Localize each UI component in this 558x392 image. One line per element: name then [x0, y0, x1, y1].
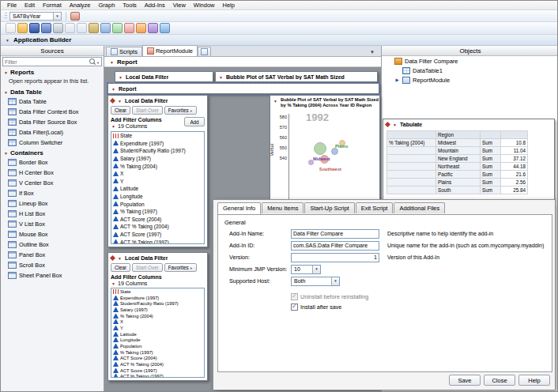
source-item[interactable]: Outline Box: [1, 239, 104, 250]
help-button[interactable]: Help: [518, 375, 550, 386]
menu-item[interactable]: Tools: [119, 1, 141, 9]
background-window-local-data-filter[interactable]: Local Data Filter: [115, 71, 213, 82]
column-item[interactable]: ACT % Taking (1997): [111, 374, 204, 378]
column-item[interactable]: % Taking (1997): [111, 208, 204, 216]
version-input[interactable]: [291, 253, 379, 262]
filter-input[interactable]: [5, 59, 89, 65]
menu-item[interactable]: Format: [39, 1, 66, 9]
toolbar-icon[interactable]: [124, 23, 134, 33]
source-item[interactable]: Scroll Box: [1, 260, 104, 270]
disclosure-icon[interactable]: [111, 85, 116, 92]
toolbar-icon[interactable]: [65, 23, 75, 33]
column-item[interactable]: Population: [111, 200, 204, 208]
toolbar-icon[interactable]: [77, 23, 87, 33]
dialog-tab[interactable]: Exit Script: [356, 202, 394, 213]
dialog-tab[interactable]: Start-Up Script: [304, 202, 354, 213]
disclosure-icon[interactable]: [117, 97, 123, 104]
column-item[interactable]: X: [111, 170, 204, 178]
clear-button[interactable]: Clear: [111, 263, 130, 272]
toolbar-icon[interactable]: [6, 23, 16, 33]
dialog-tab[interactable]: General Info: [217, 202, 261, 214]
menu-item[interactable]: File: [3, 1, 21, 9]
object-tree-item[interactable]: ▶ ReportModule: [382, 75, 558, 85]
source-item[interactable]: If Box: [1, 188, 104, 198]
toolbar-icon[interactable]: [100, 23, 111, 33]
uninstall-before-reinstalling-checkbox[interactable]: [291, 293, 298, 300]
column-item[interactable]: ACT % Taking (2004): [111, 361, 204, 368]
bubble-plot-window[interactable]: Bubble Plot of SAT Verbal by SAT Math Si…: [270, 95, 380, 206]
favorites-button[interactable]: Favorites: [164, 106, 197, 115]
chevron-down-icon[interactable]: [53, 13, 61, 20]
local-data-filter-window[interactable]: Local Data Filter Clear Start Over Favor…: [107, 95, 208, 247]
column-item[interactable]: ACT % Taking (2004): [111, 223, 204, 231]
toolbar-icon[interactable]: [89, 23, 99, 33]
column-item[interactable]: State: [111, 288, 204, 295]
menu-item[interactable]: Edit: [21, 1, 39, 9]
addin-id-input[interactable]: [291, 241, 379, 251]
reports-section-header[interactable]: Reports: [1, 67, 104, 77]
column-item[interactable]: % Taking (2004): [111, 313, 204, 319]
source-item[interactable]: V List Box: [1, 219, 104, 229]
tab-module-icon-only[interactable]: [198, 47, 211, 56]
source-item[interactable]: H Center Box: [1, 168, 104, 178]
menu-item[interactable]: Window: [190, 1, 219, 9]
source-item[interactable]: Lineup Box: [1, 198, 104, 209]
add-button[interactable]: Add: [184, 117, 205, 126]
expand-icon[interactable]: ▶: [394, 77, 400, 82]
menu-item[interactable]: Analyze: [66, 1, 95, 9]
disclosure-icon[interactable]: [118, 74, 123, 81]
data-table-section-header[interactable]: Data Table: [1, 87, 104, 96]
column-item[interactable]: ACT Score (2004): [111, 216, 204, 224]
window-titlebar[interactable]: Bubble Plot of SAT Verbal by SAT Math Si…: [270, 96, 379, 110]
source-item[interactable]: Data Filter Context Box: [1, 107, 104, 117]
column-item[interactable]: Latitude: [111, 331, 204, 337]
tabulate-window[interactable]: Tabulate Region % Taking (2004) Midwest …: [383, 119, 555, 201]
column-item[interactable]: Latitude: [111, 185, 204, 193]
column-item[interactable]: Y: [111, 325, 204, 331]
favorites-button[interactable]: Favorites: [164, 263, 197, 272]
toolbar-icon[interactable]: [136, 23, 146, 33]
bubble-plot-area[interactable]: Verbal 580570560550540 1992 Plains Midwe…: [270, 111, 379, 205]
source-item[interactable]: Sheet Panel Box: [1, 270, 104, 281]
disclosure-icon[interactable]: [392, 121, 398, 128]
toolbar-icon[interactable]: [148, 23, 158, 33]
window-titlebar[interactable]: Local Data Filter: [108, 96, 207, 105]
disclosure-icon[interactable]: [117, 254, 123, 262]
menu-item[interactable]: Graph: [94, 1, 119, 9]
column-item[interactable]: State: [111, 132, 204, 140]
column-item[interactable]: ACT Score (1997): [111, 368, 204, 374]
toolbar-icon[interactable]: [29, 23, 40, 33]
source-item[interactable]: Data Filter Source Box: [1, 117, 104, 127]
object-tree-item[interactable]: Data Filter Compare: [382, 56, 558, 66]
source-item[interactable]: Column Switcher: [1, 138, 104, 148]
toolbar-icon[interactable]: [112, 23, 123, 33]
column-item[interactable]: Student/Faculty Ratio (1997): [111, 300, 204, 307]
column-item[interactable]: Population: [111, 343, 204, 349]
disclosure-icon[interactable]: [109, 58, 115, 66]
column-item[interactable]: Longitude: [111, 193, 204, 201]
install-after-save-checkbox[interactable]: [291, 303, 298, 311]
disclosure-icon[interactable]: [111, 281, 116, 286]
disclosure-icon[interactable]: [5, 36, 10, 43]
toolbar-icon[interactable]: [41, 23, 51, 33]
background-window-bubble-plot[interactable]: Bubble Plot of SAT Verbal by SAT Math Si…: [215, 71, 378, 82]
column-item[interactable]: ACT Score (1997): [111, 231, 204, 239]
column-item[interactable]: ACT % Taking (1997): [111, 238, 204, 244]
menu-item[interactable]: Help: [219, 1, 239, 9]
disclosure-icon[interactable]: [3, 149, 9, 156]
disclosure-icon[interactable]: [218, 74, 224, 81]
source-item[interactable]: H List Box: [1, 209, 104, 219]
column-item[interactable]: Y: [111, 178, 204, 186]
report-window-titlebar[interactable]: Report: [107, 83, 379, 94]
dialog-tab[interactable]: Additional Files: [394, 202, 445, 213]
source-item[interactable]: Panel Box: [1, 250, 104, 260]
chevron-down-icon[interactable]: [370, 48, 375, 55]
toolbar-icon[interactable]: [160, 23, 170, 33]
tab-reportmodule[interactable]: ReportModule: [142, 45, 198, 56]
disclosure-icon[interactable]: [3, 89, 9, 96]
window-titlebar[interactable]: Tabulate: [383, 119, 554, 129]
source-item[interactable]: V Center Box: [1, 178, 104, 188]
object-tree-item[interactable]: DataTable1: [382, 66, 558, 75]
disclosure-icon[interactable]: [111, 123, 116, 129]
menu-item[interactable]: View: [169, 1, 190, 9]
